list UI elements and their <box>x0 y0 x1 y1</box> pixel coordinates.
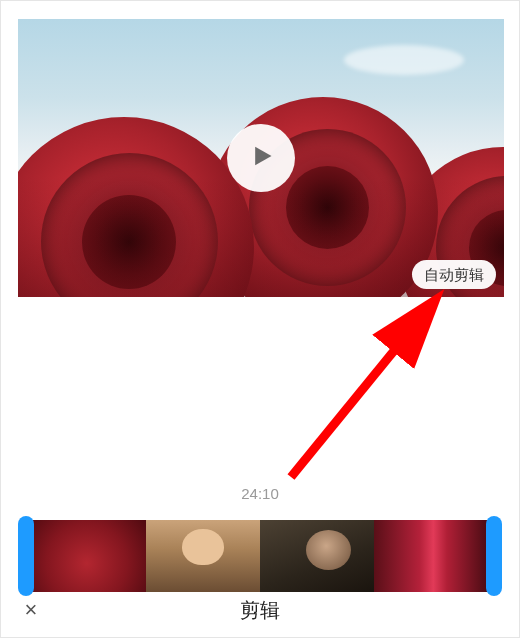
play-button[interactable] <box>227 124 295 192</box>
auto-edit-label: 自动剪辑 <box>424 266 484 283</box>
page-title: 剪辑 <box>61 597 519 624</box>
timeline-thumbnail[interactable] <box>146 520 260 592</box>
annotation-arrow <box>251 277 471 497</box>
app-root: { "preview": { "auto_edit_label": "自动剪辑"… <box>0 0 520 638</box>
timeline-thumbnail[interactable] <box>260 520 374 592</box>
timeline-strip[interactable] <box>32 520 488 592</box>
timecode-label: 24:10 <box>1 485 519 502</box>
bottom-bar: × 剪辑 <box>1 583 519 637</box>
close-icon: × <box>25 597 38 622</box>
video-preview[interactable]: 自动剪辑 <box>18 19 504 297</box>
auto-edit-button[interactable]: 自动剪辑 <box>412 260 496 289</box>
svg-line-0 <box>291 303 433 477</box>
close-button[interactable]: × <box>1 597 61 623</box>
play-icon <box>247 142 275 174</box>
timeline[interactable] <box>18 520 502 592</box>
timeline-thumbnail[interactable] <box>374 520 488 592</box>
timeline-thumbnail[interactable] <box>32 520 146 592</box>
cloud <box>344 45 464 75</box>
